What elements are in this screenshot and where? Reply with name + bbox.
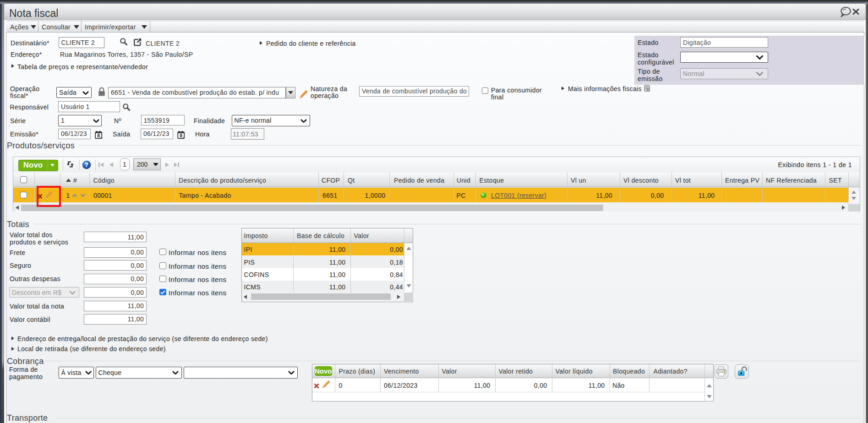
svg-text:8: 8	[180, 133, 182, 138]
svg-text:?: ?	[85, 161, 89, 168]
svg-text:8: 8	[97, 133, 100, 138]
